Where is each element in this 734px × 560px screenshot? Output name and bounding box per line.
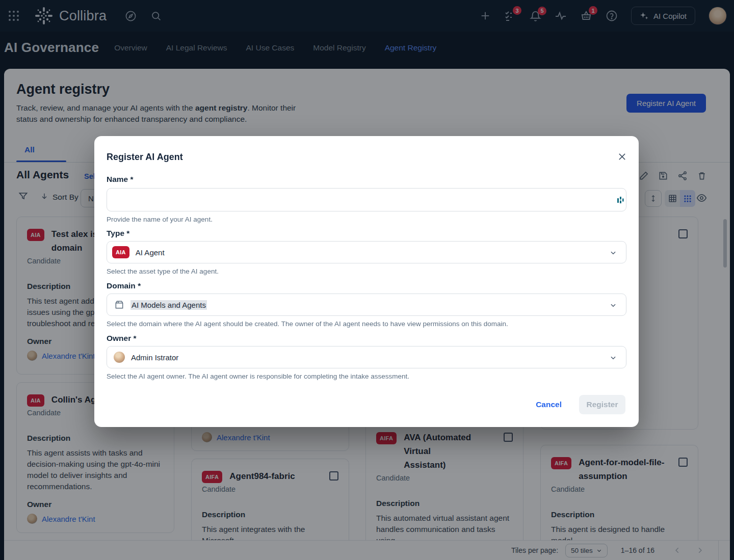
text-cursor-bars-icon: [617, 196, 624, 206]
cancel-button[interactable]: Cancel: [536, 400, 562, 409]
domain-label: Domain *: [107, 281, 141, 290]
register-ai-agent-modal: Register AI Agent Name * Provide the nam…: [94, 136, 639, 427]
owner-avatar: [114, 352, 125, 363]
register-button[interactable]: Register: [579, 395, 625, 414]
owner-help-text: Select the AI agent owner. The AI agent …: [107, 372, 409, 380]
modal-title: Register AI Agent: [107, 152, 183, 163]
domain-select[interactable]: AI Models and Agents: [107, 294, 626, 316]
owner-value: Admin Istrator: [131, 353, 178, 362]
chevron-down-icon: [610, 249, 617, 258]
domain-help-text: Select the domain where the AI agent sho…: [107, 320, 508, 328]
chevron-down-icon: [610, 302, 617, 311]
close-icon[interactable]: [618, 152, 626, 161]
name-input[interactable]: [107, 188, 626, 211]
type-select[interactable]: AIA AI Agent: [107, 241, 626, 263]
name-help-text: Provide the name of your AI agent.: [107, 216, 213, 223]
owner-select[interactable]: Admin Istrator: [107, 346, 626, 368]
domain-value: AI Models and Agents: [130, 300, 207, 310]
type-value: AI Agent: [136, 248, 165, 257]
chevron-down-icon: [610, 354, 617, 363]
type-help-text: Select the asset type of the AI agent.: [107, 268, 219, 275]
owner-label: Owner *: [107, 334, 137, 343]
type-label: Type *: [107, 229, 129, 238]
domain-box-icon: [114, 300, 124, 310]
name-label: Name *: [107, 175, 134, 184]
type-badge: AIA: [112, 246, 129, 258]
